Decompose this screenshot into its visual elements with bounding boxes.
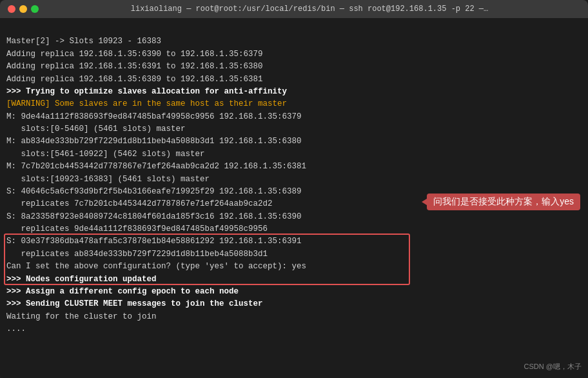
close-button[interactable]: [8, 5, 15, 13]
window-title: lixiaoliang — root@root:/usr/local/redis…: [39, 5, 580, 14]
terminal-window: lixiaoliang — root@root:/usr/local/redis…: [0, 0, 588, 378]
minimize-button[interactable]: [19, 5, 27, 13]
maximize-button[interactable]: [31, 5, 39, 13]
titlebar: lixiaoliang — root@root:/usr/local/redis…: [0, 0, 588, 18]
terminal-line-nodes: >>> Nodes configuration updated >>> Assi…: [6, 275, 263, 309]
annotation-bubble: 问我们是否接受此种方案，输入yes: [427, 194, 580, 210]
terminal-output: Master[2] -> Slots 10923 - 16383 Adding …: [6, 23, 582, 348]
terminal-line-optimize: >>> Trying to optimize slaves allocation…: [6, 87, 287, 96]
terminal-body[interactable]: Master[2] -> Slots 10923 - 16383 Adding …: [0, 18, 588, 378]
terminal-line-annotation-area: S: 40646c5a6cf93d9bf2f5b4b3166eafe719925…: [6, 187, 306, 271]
terminal-line-warning: [WARNING] Some slaves are in the same ho…: [6, 99, 287, 108]
terminal-line-master1: M: 9de44a1112f838693f9ed847485baf49958c9…: [6, 112, 306, 184]
watermark: CSDN @嗯，木子: [524, 362, 582, 372]
terminal-line-1: Master[2] -> Slots 10923 - 16383 Adding …: [6, 37, 263, 83]
terminal-line-waiting: Waiting for the cluster to join ....: [6, 312, 157, 333]
traffic-lights: [8, 5, 39, 13]
